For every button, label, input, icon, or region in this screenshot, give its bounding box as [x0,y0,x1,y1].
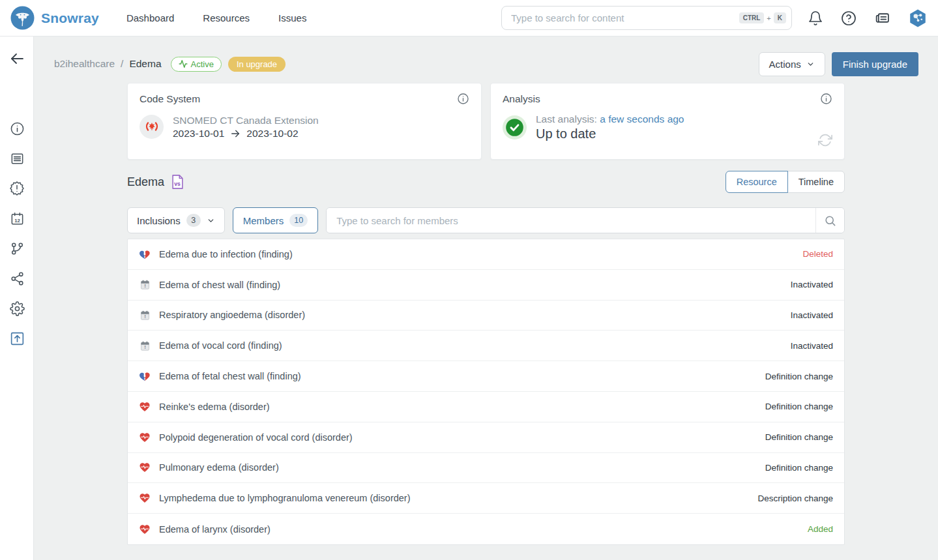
svg-text:vs: vs [174,181,181,187]
member-label: Edema due to infection (finding) [159,249,293,259]
status-badge-in-upgrade: In upgrade [228,57,286,72]
nav-item-resources[interactable]: Resources [203,12,250,23]
member-row[interactable]: Edema due to infection (finding) Deleted [128,239,844,270]
left-sidebar: 12 [0,37,34,560]
breadcrumb-parent[interactable]: b2ihealthcare [54,58,115,70]
resource-title: Edema [127,175,164,189]
kbd-ctrl: CTRL [739,12,765,23]
global-search-input[interactable] [511,12,739,23]
tab-timeline[interactable]: Timeline [787,171,845,193]
member-row[interactable]: Edema of fetal chest wall (finding) Defi… [128,361,844,392]
last-analysis-line: Last analysis: a few seconds ago [536,113,684,125]
code-system-card: Code System [127,83,482,160]
last-analysis-time-link[interactable]: a few seconds ago [600,113,684,125]
member-status: Added [808,524,833,534]
view-toggle: Resource Timeline [725,171,845,193]
code-system-name[interactable]: SNOMED CT Canada Extension [173,113,319,128]
snowray-logo-icon [10,6,35,30]
split-heart-icon [139,370,151,382]
breadcrumb-separator: / [121,58,123,70]
actions-button[interactable]: Actions [759,52,825,76]
pulse-heart-icon [139,401,151,413]
main-content: b2ihealthcare / Edema Active In upgrade … [34,37,938,560]
top-navbar: Snowray Dashboard Resources Issues CTRL … [0,0,938,37]
nav-item-issues[interactable]: Issues [278,12,306,23]
news-icon[interactable] [874,10,890,26]
value-set-icon: vs [171,174,184,190]
tab-resource[interactable]: Resource [725,171,788,193]
info-icon[interactable] [457,93,469,105]
member-label: Respiratory angioedema (disorder) [159,310,305,320]
member-row[interactable]: Polypoid degeneration of vocal cord (dis… [128,422,844,453]
branch-icon[interactable] [8,240,25,257]
to-date: 2023-10-02 [246,128,298,140]
nav-item-dashboard[interactable]: Dashboard [126,12,174,23]
calendar-alert-icon: ! [139,309,151,321]
member-row[interactable]: ! Edema of chest wall (finding) Inactiva… [128,270,844,301]
member-status: Definition change [765,463,833,473]
inclusions-dropdown[interactable]: Inclusions 3 [127,207,225,233]
pulse-heart-icon [139,523,151,535]
document-icon[interactable] [8,150,25,167]
canada-flag-icon [139,115,164,139]
brand-name: Snowray [41,10,99,26]
code-system-dates: 2023-10-01 2023-10-02 [173,128,319,140]
share-icon[interactable] [8,270,25,287]
status-badge-active: Active [171,57,222,72]
calendar-day-number: 12 [14,217,20,223]
seal-alert-icon[interactable] [8,180,25,197]
svg-text:!: ! [144,345,145,349]
member-label: Reinke's edema (disorder) [159,402,270,412]
calendar-alert-icon: ! [139,279,151,291]
inclusions-count-badge: 3 [186,214,201,227]
info-icon[interactable] [8,120,25,137]
member-status: Inactivated [791,341,833,351]
member-status: Definition change [765,372,833,381]
activity-icon [179,59,188,68]
finish-upgrade-button[interactable]: Finish upgrade [832,52,918,76]
member-label: Edema of vocal cord (finding) [159,340,282,351]
search-icon[interactable] [815,208,844,233]
kbd-k: K [774,12,786,23]
member-status: Inactivated [791,280,833,289]
member-row[interactable]: ! Respiratory angioedema (disorder) Inac… [128,301,844,331]
members-tab-button[interactable]: Members 10 [233,207,318,233]
kbd-plus: + [767,14,770,22]
calendar-icon[interactable]: 12 [8,210,25,227]
bell-icon[interactable] [808,10,823,26]
brand[interactable]: Snowray [10,6,99,30]
member-status: Deleted [802,249,833,259]
member-row[interactable]: Pulmonary edema (disorder) Definition ch… [128,453,844,484]
analysis-status: Up to date [536,126,684,141]
upload-icon[interactable] [8,330,25,347]
svg-text:!: ! [144,314,145,319]
avatar[interactable] [908,8,928,28]
info-icon[interactable] [820,93,832,105]
check-circle-icon [503,115,527,140]
member-label: Edema of larynx (disorder) [159,524,271,535]
member-label: Edema of fetal chest wall (finding) [159,371,301,381]
members-table: Edema due to infection (finding) Deleted… [127,239,845,545]
arrow-right-icon [230,128,241,139]
members-search-input[interactable] [327,208,815,233]
member-row[interactable]: Reinke's edema (disorder) Definition cha… [128,392,844,422]
member-label: Pulmonary edema (disorder) [159,462,279,473]
help-icon[interactable] [841,10,857,26]
breadcrumb-row: b2ihealthcare / Edema Active In upgrade … [54,51,918,77]
gear-icon[interactable] [8,300,25,317]
member-row[interactable]: Edema of larynx (disorder) Added [128,514,844,544]
pulse-heart-icon [139,432,151,443]
member-label: Polypoid degeneration of vocal cord (dis… [159,432,353,443]
member-status: Definition change [765,432,833,442]
refresh-icon[interactable] [818,133,832,147]
svg-text:!: ! [144,284,145,289]
member-row[interactable]: Lymphedema due to lymphogranuloma venere… [128,483,844,514]
breadcrumb-current: Edema [129,58,161,70]
global-search[interactable]: CTRL + K [501,6,792,30]
member-label: Edema of chest wall (finding) [159,280,280,290]
member-label: Lymphedema due to lymphogranuloma venere… [159,493,411,503]
members-search [326,207,845,233]
member-row[interactable]: ! Edema of vocal cord (finding) Inactiva… [128,331,844,361]
back-arrow-icon[interactable] [9,51,33,66]
calendar-alert-icon: ! [139,340,151,351]
